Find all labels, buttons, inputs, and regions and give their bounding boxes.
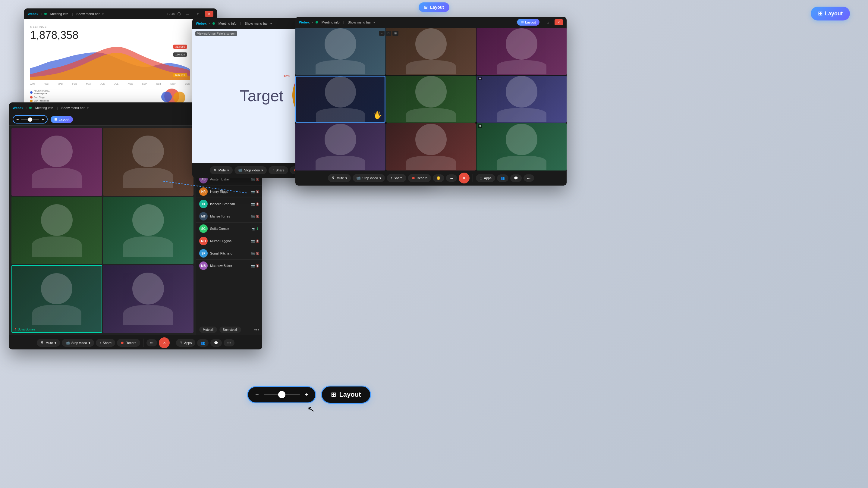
webex-logo-2: Webex	[13, 106, 23, 110]
p-info-5: Marise Torres	[210, 215, 249, 218]
record-btn-4[interactable]: ⏺Record	[408, 174, 431, 182]
layout-btn-win2[interactable]: ⊞ Layout	[51, 116, 73, 123]
meeting-info-2[interactable]: Meeting info	[35, 106, 53, 110]
video-icon-3: 📷	[251, 190, 255, 193]
share-btn-3[interactable]: ↑Share	[269, 166, 288, 174]
toolbar-win4: 🎙Mute▾ 📹Stop video▾ ↑Share ⏺Record 😊 •••…	[296, 170, 567, 186]
badge-1: 313,059	[173, 44, 187, 49]
layout-btn-large[interactable]: ⊞ Layout	[321, 386, 371, 404]
apps-btn-4[interactable]: ⊞Apps	[476, 174, 495, 182]
zoom-strip-large: − + ⊞ Layout	[247, 386, 371, 404]
chat-btn-4[interactable]: 💬	[510, 174, 522, 182]
p-name-7: Murad Higgins	[210, 239, 249, 243]
participant-row-7[interactable]: MH Murad Higgins 📷 🔇	[196, 235, 262, 247]
minimize-view-btn[interactable]: −	[379, 31, 384, 36]
stop-video-btn-2[interactable]: 📹Stop video▾	[62, 339, 94, 347]
zoom-thumb-small[interactable]	[28, 118, 32, 122]
expand-view-btn[interactable]: □	[386, 31, 391, 36]
mute-btn-2[interactable]: 🎙Mute▾	[37, 339, 60, 347]
show-menu-3[interactable]: Show menu bar	[245, 22, 268, 25]
end-btn-4[interactable]: ✕	[459, 173, 470, 184]
unmute-all-btn[interactable]: Unmute all	[219, 327, 241, 333]
zoom-plus-small[interactable]: +	[41, 117, 44, 122]
show-menu-2[interactable]: Show menu bar	[61, 106, 85, 110]
p-info-3: Henry Riggs	[210, 190, 249, 193]
video-cell-sofia: 📍 Sofia Gomez	[11, 265, 102, 333]
p-icons-4: 📷 🔇	[251, 202, 259, 206]
layout-btn-top-right[interactable]: ⊞ Layout	[811, 7, 850, 21]
mute-btn-4[interactable]: 🎙Mute▾	[328, 174, 351, 182]
more-btn-2[interactable]: •••	[147, 339, 157, 347]
zoom-minus-icon[interactable]: −	[255, 391, 259, 398]
layout-btn-top-center[interactable]: ⊞ Layout	[418, 2, 450, 12]
p-info-7: Murad Higgins	[210, 239, 249, 243]
p-name-3: Henry Riggs	[210, 190, 249, 193]
p-name-9: Matthew Baker	[210, 264, 249, 267]
stop-video-btn-3[interactable]: 📹Stop video▾	[235, 166, 267, 174]
close-btn-4[interactable]: ✕	[555, 19, 563, 25]
zoom-plus-icon[interactable]: +	[305, 391, 308, 398]
mic-icon-7: 🔇	[255, 239, 259, 243]
participants-btn-2[interactable]: 👥	[197, 339, 209, 347]
view-controls: − □ ⊞	[379, 31, 398, 36]
participants-btn-4[interactable]: 👥	[497, 174, 508, 182]
participant-row-3[interactable]: HR Henry Riggs 📷 🔇	[196, 186, 262, 198]
legend-sf: San Francisco	[30, 99, 157, 102]
zoom-slider-large[interactable]	[264, 394, 300, 395]
zoom-thumb-large[interactable]	[278, 391, 285, 398]
hand-cursor-win4: 🖐	[373, 111, 382, 119]
stop-video-btn-4[interactable]: 📹Stop video▾	[352, 174, 385, 182]
participant-row-8[interactable]: SP Sonali Pitchard 📷 🔇	[196, 247, 262, 260]
avatar-6: SG	[199, 224, 208, 233]
show-menu-label-1[interactable]: Show menu bar	[76, 12, 100, 16]
emoji-btn-4[interactable]: 😊	[433, 174, 444, 182]
participant-row-5[interactable]: MT Marise Torres 📷 🔇	[196, 210, 262, 223]
minimize-btn-1[interactable]: —	[183, 11, 192, 17]
record-btn-2[interactable]: ⏺Record	[117, 339, 140, 347]
more2-btn-2[interactable]: •••	[224, 339, 235, 347]
share-btn-2[interactable]: ↑Share	[96, 339, 115, 347]
legend-sandiego: San Diego	[30, 96, 157, 98]
analytics-chart: MEETINGS 1,878,358 313,059 156,529 626,1…	[30, 25, 190, 85]
meeting-info-4[interactable]: Meeting info	[321, 21, 340, 24]
maximize-btn-1[interactable]: □	[194, 11, 203, 17]
legend-pennsylvania: PENNSYLVANIA Philadelphia	[30, 90, 157, 95]
mute-all-btn[interactable]: Mute all	[199, 327, 217, 333]
apps-btn-2[interactable]: ⊞Apps	[176, 339, 195, 347]
more-options-icon[interactable]: •••	[254, 327, 259, 332]
share-btn-4[interactable]: ↑Share	[387, 174, 406, 182]
zoom-slider-small[interactable]	[21, 119, 39, 120]
avatar-4: IB	[199, 200, 208, 208]
close-btn-1[interactable]: ✕	[205, 11, 213, 17]
panel-footer: Mute all Unmute all •••	[196, 324, 262, 335]
status-dot	[44, 13, 47, 15]
mic-icon-6: 🎙	[256, 227, 259, 230]
zoom-view-btn[interactable]: ⊞	[393, 31, 398, 36]
mic-icon-4: 🔇	[255, 202, 259, 206]
chart-title: Target	[240, 87, 284, 105]
end-btn-2[interactable]: ✕	[159, 337, 170, 348]
mute-btn-3[interactable]: 🎙Mute▾	[210, 166, 233, 174]
chart-area: 313,059 156,529 626,119	[30, 44, 190, 80]
avatar-9: MB	[199, 261, 208, 270]
mic-icon-3: 🔇	[255, 190, 259, 193]
info-icon-1[interactable]: ⓘ	[178, 12, 181, 16]
participant-row-9[interactable]: MB Matthew Baker 📷 🔇	[196, 260, 262, 272]
maximize-btn-4[interactable]: □	[544, 19, 552, 25]
grid-icon-right: ⊞	[818, 10, 823, 17]
p-name-2: Austen Baker	[210, 177, 249, 181]
meeting-info-3[interactable]: Meeting info	[218, 22, 237, 25]
zoom-minus-small[interactable]: −	[16, 117, 19, 122]
chat-btn-2[interactable]: 💬	[210, 339, 222, 347]
badge-3: 626,119	[173, 73, 187, 77]
more-btn-4[interactable]: •••	[446, 174, 457, 182]
participant-row-4[interactable]: IB Isabella Brennan 📷 🔇	[196, 198, 262, 210]
layout-btn-win4[interactable]: ⊞ Layout	[517, 19, 539, 26]
show-menu-4[interactable]: Show menu bar	[348, 21, 371, 24]
participant-row-6[interactable]: SG Sofia Gomez 📷 🎙	[196, 223, 262, 235]
more2-btn-4[interactable]: •••	[524, 174, 534, 182]
chart-labels: JANFEBMARFEBMAYJUN JULAUGSEPOCTNOVDEC	[30, 83, 190, 85]
meeting-info-label-1[interactable]: Meeting info	[50, 12, 68, 16]
chart-number: 1,878,358	[30, 29, 190, 41]
p-icons-3: 📷 🔇	[251, 190, 259, 193]
